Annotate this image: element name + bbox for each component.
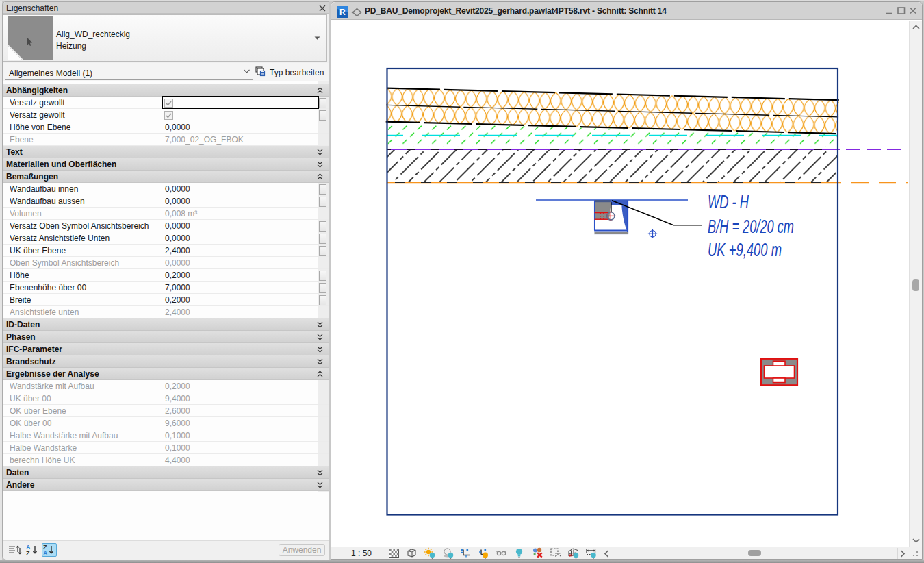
svg-text:WD - H: WD - H [708, 191, 749, 212]
svg-text:A: A [43, 550, 48, 556]
svg-text:UK +9,400 m: UK +9,400 m [708, 239, 782, 260]
svg-text:R: R [339, 8, 346, 17]
svg-text:B/H = 20/20 cm: B/H = 20/20 cm [708, 216, 794, 237]
svg-text:Z: Z [26, 550, 30, 557]
